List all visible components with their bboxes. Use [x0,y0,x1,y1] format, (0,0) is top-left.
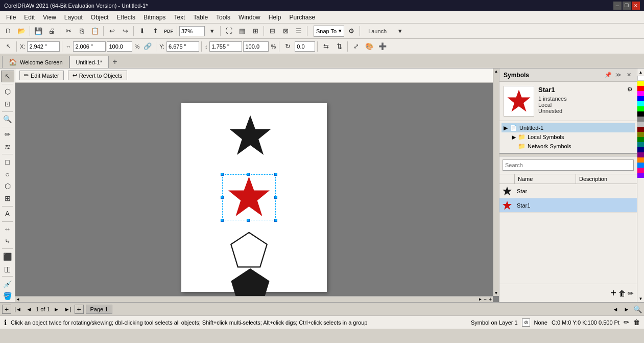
symbol-row-star[interactable]: Star [499,184,637,198]
swatch-light-blue[interactable] [637,163,644,168]
polygon-tool[interactable]: ⬡ [1,180,14,192]
swatch-white[interactable] [637,76,644,81]
add-btn[interactable]: ➕ [376,40,389,53]
selection-tool[interactable]: ↖ [1,71,14,82]
h-pct-input[interactable] [243,41,269,52]
add-page-button[interactable]: + [2,305,11,314]
menu-edit[interactable]: Edit [20,12,39,23]
menu-window[interactable]: Window [234,12,265,23]
palette-scroll-up[interactable]: ▲ [637,68,644,76]
pin-button[interactable]: 📌 [604,71,612,79]
swatch-gray[interactable] [637,117,644,122]
fill-tool[interactable]: 🪣 [1,290,14,302]
zoom-input[interactable] [179,26,205,36]
handle-bm[interactable] [247,219,250,222]
swatch-purple[interactable] [637,152,644,157]
zoom-in-button[interactable]: + [488,296,493,302]
welcome-tab[interactable]: 🏠 Welcome Screen [2,56,69,68]
swatch-orange[interactable] [637,157,644,163]
zoom-canvas-btn[interactable]: 🔍 [633,305,642,313]
menu-purchase[interactable]: Purchase [285,12,319,23]
w-input[interactable] [73,41,106,52]
align-btn3[interactable]: ☰ [293,25,305,37]
document-tab[interactable]: Untitled-1* [69,56,109,68]
menu-object[interactable]: Object [87,12,113,23]
new-button[interactable]: 🗋 [2,25,14,37]
add-page-end-button[interactable]: + [75,305,84,314]
tree-item-local[interactable]: ▶ 📁 Local Symbols [502,132,635,142]
close-panel-button[interactable]: ✕ [625,71,633,79]
menu-file[interactable]: File [2,12,20,23]
minimize-button[interactable]: ─ [613,2,622,10]
nav-left2[interactable]: ◄ [611,305,620,314]
freehand-tool[interactable]: ✏ [1,128,14,140]
h-input[interactable] [209,41,242,52]
next-page-button[interactable]: ► [52,305,61,314]
drop-shadow-tool[interactable]: ⬛ [1,250,14,262]
export-button[interactable]: ⬆ [149,25,161,37]
swatch-darkgreen[interactable] [637,137,644,142]
swatch-yellow[interactable] [637,81,644,86]
handle-tm[interactable] [247,173,250,176]
delete-icon[interactable]: 🗑 [633,318,640,326]
edit-symbol-button[interactable]: ✏ [628,289,634,298]
swatch-silver[interactable] [637,122,644,127]
mirror-h-btn[interactable]: ⇆ [320,40,332,53]
mirror-v-btn[interactable]: ⇅ [333,40,345,53]
transparency-tool[interactable]: ◫ [1,263,14,275]
document-page[interactable] [181,103,327,292]
parallel-dim-tool[interactable]: ↔ [1,223,14,235]
scroll-up-button[interactable]: ▲ [494,68,499,74]
settings-button[interactable]: ⚙ [345,25,357,37]
search-input[interactable] [503,159,634,171]
gear-area[interactable]: ⚙ [627,86,633,93]
snap-dropdown[interactable]: Snap To ▾ [314,26,344,37]
first-page-button[interactable]: |◄ [13,305,22,314]
swatch-blue[interactable] [637,96,644,101]
lock-ratio-btn[interactable]: 🔗 [141,40,154,53]
swatch-olive[interactable] [637,132,644,137]
swatch-teal[interactable] [637,142,644,147]
menu-table[interactable]: Table [189,12,212,23]
cut-button[interactable]: ✂ [62,25,75,37]
scroll-down-button[interactable]: ▼ [494,290,499,296]
table-tool[interactable]: ⊞ [1,193,14,204]
handle-tl[interactable] [221,173,224,176]
swatch-magenta[interactable] [637,91,644,96]
align-btn[interactable]: ⊟ [266,25,278,37]
undo-button[interactable]: ↩ [106,25,118,37]
swatch-cyan[interactable] [637,101,644,106]
canvas-area[interactable]: ✏ Edit Master ↩ Revert to Objects [15,68,499,302]
import-button[interactable]: ⬇ [136,25,148,37]
palette-scroll-down[interactable]: ▼ [637,295,644,302]
page-1-tab[interactable]: Page 1 [86,305,113,314]
zoom-out-button[interactable]: − [483,296,488,302]
swatch-red[interactable] [637,86,644,91]
swatch-maroon[interactable] [637,127,644,132]
menu-effects[interactable]: Effects [113,12,139,23]
restore-button[interactable]: ❐ [623,2,631,10]
nav-right2[interactable]: ► [622,305,631,314]
redo-button[interactable]: ↪ [119,25,131,37]
x-input[interactable] [27,41,60,52]
col-name[interactable]: Name [515,174,576,184]
swatch-navy[interactable] [637,147,644,152]
last-page-button[interactable]: ►| [63,305,73,314]
expand-icon2[interactable]: ▶ [512,134,518,141]
handle-bl[interactable] [221,219,224,222]
full-screen-button[interactable]: ⛶ [223,25,235,37]
launch-dropdown[interactable]: ▾ [394,25,406,37]
scroll-right-button[interactable]: ► [478,296,483,302]
copy-button[interactable]: ⎘ [76,25,88,37]
angle-input[interactable] [295,41,315,52]
launch-button[interactable]: Launch [362,25,393,37]
edit-icon[interactable]: ✏ [624,318,629,326]
crop-tool[interactable]: ⊡ [1,98,14,110]
symbol-row-star1[interactable]: Star1 [499,198,637,213]
menu-layout[interactable]: Layout [60,12,87,23]
node-edit-tool[interactable]: ⬡ [1,86,14,98]
menu-text[interactable]: Text [170,12,189,23]
handle-br[interactable] [274,219,277,222]
menu-tools[interactable]: Tools [212,12,234,23]
swatch-violet[interactable] [637,173,644,178]
